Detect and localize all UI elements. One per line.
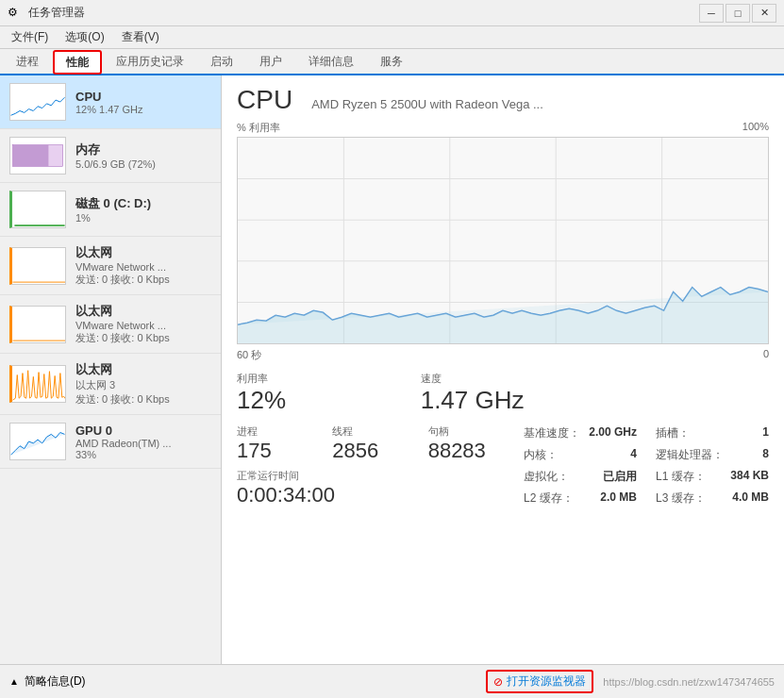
tab-details[interactable]: 详细信息	[296, 49, 366, 74]
cpu-device-info: CPU 12% 1.47 GHz	[75, 90, 211, 115]
specs-block	[604, 372, 769, 415]
title-bar: ⚙ 任务管理器 ─ □ ✕	[0, 0, 784, 26]
cpu-name: CPU	[75, 90, 211, 104]
utilization-block: 利用率 12%	[237, 372, 402, 415]
svg-rect-6	[13, 248, 67, 284]
cpu-chart	[237, 137, 769, 344]
cpu-panel-header: CPU AMD Ryzen 5 2500U with Radeon Vega .…	[237, 85, 769, 115]
eth1-detail2: 发送: 0 接收: 0 Kbps	[75, 273, 211, 287]
mem-name: 内存	[75, 141, 211, 158]
tab-services[interactable]: 服务	[368, 49, 415, 74]
eth1-mini-chart	[9, 247, 66, 285]
device-item-cpu[interactable]: CPU 12% 1.47 GHz	[0, 75, 221, 129]
svg-rect-4	[13, 191, 67, 227]
virt-row: 虚拟化： 已启用	[524, 468, 637, 486]
l1-label: L1 缓存：	[656, 469, 706, 485]
eth3-detail1: 以太网 3	[75, 378, 211, 392]
gpu-detail2: 33%	[75, 449, 211, 460]
l1-value: 384 KB	[730, 469, 769, 485]
process-label: 进程	[237, 424, 313, 439]
eth1-detail1: VMware Network ...	[75, 261, 211, 273]
device-item-eth3[interactable]: 以太网 以太网 3 发送: 0 接收: 0 Kbps	[0, 354, 221, 415]
mem-detail: 5.0/6.9 GB (72%)	[75, 158, 211, 170]
chart-time-labels: 60 秒 0	[237, 348, 769, 362]
pth-row: 进程 175 线程 2856 句柄 88283	[237, 424, 505, 463]
bottom-bar: ▲ 简略信息(D) ⊘ 打开资源监视器 https://blog.csdn.ne…	[0, 664, 784, 698]
close-button[interactable]: ✕	[752, 4, 776, 23]
tab-process[interactable]: 进程	[4, 49, 51, 74]
menu-options[interactable]: 选项(O)	[58, 27, 111, 47]
device-item-gpu[interactable]: GPU 0 AMD Radeon(TM) ... 33%	[0, 415, 221, 469]
resource-monitor-icon: ⊘	[493, 675, 503, 689]
process-stats: 进程 175 线程 2856 句柄 88283 正常运行时间 0:00:34:0…	[237, 424, 505, 507]
thread-block: 线程 2856	[332, 424, 409, 463]
process-value: 175	[237, 439, 313, 463]
logical-row: 逻辑处理器： 8	[656, 446, 769, 464]
eth2-detail2: 发送: 0 接收: 0 Kbps	[75, 331, 211, 345]
base-speed-label: 基准速度：	[524, 425, 580, 441]
chart-time-end: 0	[763, 348, 769, 362]
svg-rect-5	[14, 224, 64, 226]
device-item-eth1[interactable]: 以太网 VMware Network ... 发送: 0 接收: 0 Kbps	[0, 237, 221, 295]
speed-block: 速度 1.47 GHz	[421, 372, 586, 415]
bottom-stats: 进程 175 线程 2856 句柄 88283 正常运行时间 0:00:34:0…	[237, 424, 769, 507]
brief-info-button[interactable]: ▲ 简略信息(D)	[9, 673, 86, 690]
cpu-mini-chart	[9, 83, 66, 121]
thread-value: 2856	[332, 439, 409, 463]
maximize-button[interactable]: □	[726, 4, 750, 23]
bottom-right: ⊘ 打开资源监视器 https://blog.csdn.net/zxw14734…	[486, 670, 775, 693]
tab-performance[interactable]: 性能	[53, 50, 102, 75]
uptime-block: 正常运行时间 0:00:34:00	[237, 469, 505, 507]
tab-app-history[interactable]: 应用历史记录	[104, 49, 196, 74]
virt-value: 已启用	[603, 469, 637, 485]
uptime-value: 0:00:34:00	[237, 483, 505, 507]
speed-value: 1.47 GHz	[421, 386, 586, 415]
eth3-name: 以太网	[75, 361, 211, 378]
util-label: 利用率	[237, 372, 402, 386]
mem-device-info: 内存 5.0/6.9 GB (72%)	[75, 141, 211, 170]
menu-view[interactable]: 查看(V)	[114, 27, 167, 47]
process-block: 进程 175	[237, 424, 313, 463]
app-title: 任务管理器	[28, 5, 85, 21]
mem-mini-chart	[9, 137, 66, 174]
disk-name: 磁盘 0 (C: D:)	[75, 195, 211, 212]
app-icon: ⚙	[8, 6, 23, 21]
cores-value: 4	[630, 447, 637, 463]
cpu-panel-title: CPU	[237, 85, 292, 115]
main-content: CPU 12% 1.47 GHz 内存 5.0/6.9 GB (72%)	[0, 75, 784, 664]
base-speed-value: 2.00 GHz	[589, 425, 637, 441]
uptime-label: 正常运行时间	[237, 469, 505, 483]
chart-y-label: % 利用率	[237, 121, 280, 135]
tab-bar: 进程 性能 应用历史记录 启动 用户 详细信息 服务	[0, 49, 784, 75]
menu-file[interactable]: 文件(F)	[4, 27, 56, 47]
socket-value: 1	[762, 425, 769, 441]
eth2-name: 以太网	[75, 303, 211, 320]
tab-startup[interactable]: 启动	[198, 49, 245, 74]
util-value: 12%	[237, 386, 402, 415]
l3-row: L3 缓存： 4.0 MB	[656, 490, 769, 507]
gpu-detail1: AMD Radeon(TM) ...	[75, 438, 211, 449]
chart-time-start: 60 秒	[237, 348, 261, 362]
tab-users[interactable]: 用户	[247, 49, 294, 74]
specs-grid: 基准速度： 2.00 GHz 插槽： 1 内核： 4 逻辑处理器： 8 虚拟化：	[524, 424, 769, 507]
gpu-mini-chart	[9, 423, 66, 460]
eth2-detail1: VMware Network ...	[75, 320, 211, 331]
logical-label: 逻辑处理器：	[656, 447, 724, 463]
device-item-mem[interactable]: 内存 5.0/6.9 GB (72%)	[0, 129, 221, 183]
device-item-eth2[interactable]: 以太网 VMware Network ... 发送: 0 接收: 0 Kbps	[0, 295, 221, 354]
l3-value: 4.0 MB	[732, 490, 769, 507]
open-resource-label: 打开资源监视器	[507, 673, 586, 690]
virt-label: 虚拟化：	[524, 469, 569, 485]
handle-block: 句柄 88283	[428, 424, 505, 463]
open-resource-monitor-button[interactable]: ⊘ 打开资源监视器	[486, 670, 593, 693]
eth1-name: 以太网	[75, 244, 211, 261]
l2-row: L2 缓存： 2.0 MB	[524, 490, 637, 507]
speed-label: 速度	[421, 372, 586, 386]
device-item-disk[interactable]: 磁盘 0 (C: D:) 1%	[0, 183, 221, 237]
disk-mini-chart	[9, 191, 66, 228]
eth3-detail2: 发送: 0 接收: 0 Kbps	[75, 392, 211, 407]
title-bar-left: ⚙ 任务管理器	[8, 5, 85, 21]
gpu-name: GPU 0	[75, 424, 211, 438]
eth3-mini-chart	[9, 365, 66, 403]
minimize-button[interactable]: ─	[699, 4, 724, 23]
